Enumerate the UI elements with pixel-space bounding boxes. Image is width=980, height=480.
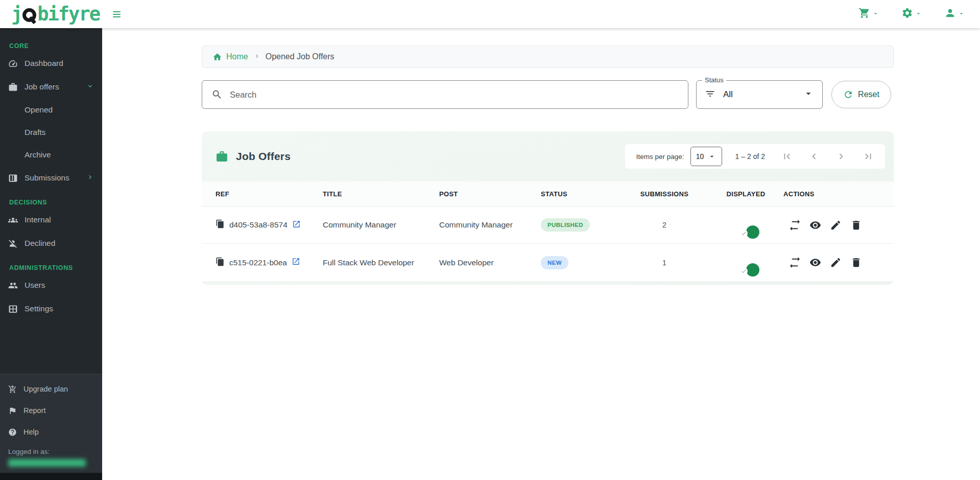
- check-icon: [741, 231, 747, 236]
- swap-arrows-icon: [789, 219, 801, 231]
- menu-toggle-button[interactable]: [111, 9, 123, 19]
- ref-value: d405-53a8-8574: [229, 220, 288, 230]
- table-header-row: REF TITLE POST STATUS SUBMISSIONS DISPLA…: [202, 181, 894, 207]
- submissions-count: 1: [662, 259, 666, 267]
- logo-text-prefix: j: [11, 3, 21, 25]
- sidebar-item-opened[interactable]: Opened: [8, 99, 94, 121]
- sidebar-heading-administrations: ADMINISTRATIONS: [9, 264, 94, 271]
- copy-icon[interactable]: [216, 219, 225, 231]
- transfer-button[interactable]: [789, 219, 801, 231]
- first-page-button[interactable]: [781, 151, 793, 162]
- previous-page-button[interactable]: [808, 151, 820, 162]
- items-per-page-select[interactable]: 10: [690, 147, 722, 166]
- edit-button[interactable]: [830, 257, 842, 268]
- row-actions: [783, 257, 894, 268]
- table-row: c515-0221-b0ea Full Stack Web Developer …: [202, 244, 894, 281]
- filter-row: Status All Reset: [202, 80, 894, 109]
- pencil-icon: [830, 219, 842, 231]
- cart-icon: [858, 7, 870, 21]
- home-icon: [212, 52, 222, 62]
- panel-header: Job Offers Items per page: 10 1 – 2 of 2: [202, 131, 894, 181]
- ref-value: c515-0221-b0ea: [229, 258, 287, 267]
- sidebar-item-drafts[interactable]: Drafts: [8, 121, 94, 144]
- sidebar-item-submissions[interactable]: Submissions: [8, 166, 94, 190]
- eye-icon: [809, 219, 821, 231]
- sidebar-item-settings[interactable]: Settings: [8, 297, 94, 321]
- search-input[interactable]: [230, 90, 679, 100]
- help-icon: [8, 428, 17, 437]
- paginator: Items per page: 10 1 – 2 of 2: [625, 144, 885, 169]
- search-icon: [211, 89, 223, 100]
- column-header-title: TITLE: [323, 190, 439, 198]
- view-button[interactable]: [809, 219, 821, 231]
- main-content: Home Opened Job Offers Status All Reset: [102, 28, 980, 480]
- cart-menu[interactable]: [858, 7, 879, 21]
- pencil-icon: [830, 257, 842, 268]
- breadcrumb-current: Opened Job Offers: [266, 52, 334, 61]
- briefcase-icon: [216, 150, 228, 163]
- panel-title-text: Job Offers: [236, 150, 291, 163]
- filter-icon: [705, 88, 715, 101]
- next-page-button[interactable]: [835, 151, 847, 162]
- sidebar-heading-decisions: DECISIONS: [9, 199, 94, 206]
- post-cell: Community Manager: [439, 220, 541, 230]
- delete-button[interactable]: [850, 219, 862, 231]
- grid-icon: [8, 304, 18, 314]
- transfer-button[interactable]: [789, 257, 801, 268]
- trash-icon: [850, 257, 862, 268]
- submissions-count: 2: [662, 221, 666, 229]
- ref-cell: d405-53a8-8574: [216, 219, 323, 231]
- chevron-down-icon: [872, 10, 879, 19]
- breadcrumb-home-link[interactable]: Home: [212, 52, 248, 62]
- eye-icon: [809, 257, 821, 268]
- sidebar-item-archive[interactable]: Archive: [8, 144, 94, 166]
- external-link-icon[interactable]: [292, 257, 300, 268]
- topbar-actions: [858, 7, 980, 21]
- panel-title: Job Offers: [216, 150, 291, 163]
- sidebar-item-upgrade-plan[interactable]: Upgrade plan: [8, 378, 94, 400]
- sidebar-item-report[interactable]: Report: [8, 400, 94, 421]
- last-page-button[interactable]: [863, 151, 874, 162]
- column-header-status: STATUS: [541, 190, 620, 198]
- status-field-label: Status: [702, 76, 726, 84]
- post-cell: Web Developer: [439, 258, 541, 267]
- logo-text-suffix: bifyre: [37, 3, 100, 25]
- settings-menu[interactable]: [901, 7, 922, 21]
- magnifier-icon: [22, 8, 36, 22]
- sidebar-item-users[interactable]: Users: [8, 273, 94, 297]
- title-cell: Community Manager: [323, 220, 439, 230]
- check-icon: [741, 268, 747, 274]
- sidebar-item-help[interactable]: Help: [8, 421, 94, 443]
- column-header-ref: REF: [216, 190, 323, 198]
- app-logo[interactable]: j bifyre: [11, 3, 100, 25]
- sidebar-bottom-strip: [0, 473, 102, 480]
- search-field[interactable]: [202, 80, 688, 109]
- status-selected-value: All: [723, 89, 733, 100]
- flag-icon: [8, 406, 17, 415]
- status-badge: PUBLISHED: [541, 218, 590, 232]
- status-select[interactable]: Status All: [696, 80, 823, 109]
- dashboard-icon: [8, 59, 18, 68]
- status-badge: NEW: [541, 256, 568, 269]
- pagination-controls: [781, 151, 874, 162]
- breadcrumb: Home Opened Job Offers: [202, 45, 894, 68]
- chevron-down-icon: [958, 10, 965, 19]
- row-actions: [783, 219, 894, 231]
- logged-in-label: Logged in as:: [0, 443, 102, 455]
- copy-icon[interactable]: [216, 257, 225, 268]
- account-menu[interactable]: [944, 7, 965, 21]
- sidebar-item-internal[interactable]: Internal: [8, 208, 94, 232]
- sidebar-item-dashboard[interactable]: Dashboard: [8, 52, 94, 75]
- reset-button[interactable]: Reset: [831, 81, 891, 108]
- sidebar-heading-core: CORE: [9, 42, 94, 50]
- external-link-icon[interactable]: [292, 220, 301, 231]
- sidebar-item-declined[interactable]: Declined: [8, 232, 94, 255]
- sidebar-item-job-offers[interactable]: Job offers: [8, 75, 94, 99]
- edit-button[interactable]: [830, 219, 842, 231]
- refresh-icon: [843, 89, 853, 100]
- chevron-down-icon: [708, 152, 716, 161]
- delete-button[interactable]: [850, 257, 862, 268]
- people-off-icon: [8, 239, 18, 248]
- view-button[interactable]: [809, 257, 821, 268]
- chevron-down-icon: [915, 10, 922, 19]
